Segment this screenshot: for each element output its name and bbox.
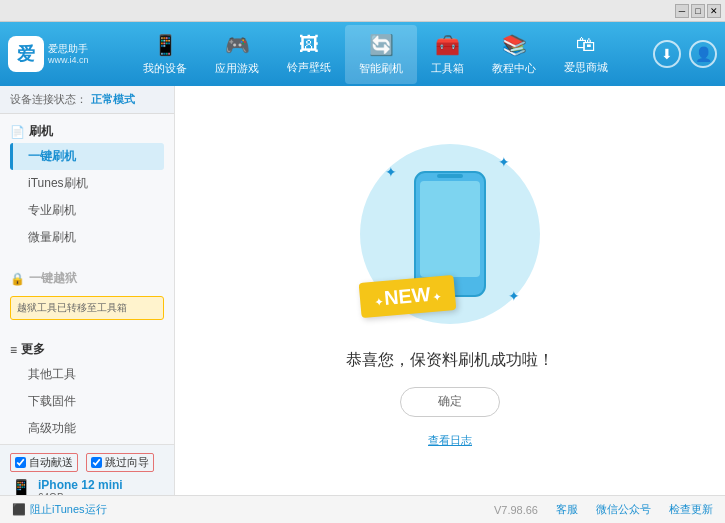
nav-item-6[interactable]: 🛍爱思商城 <box>550 25 622 84</box>
device-details: iPhone 12 mini 64GB Down-12mini-13,1 <box>38 478 123 495</box>
sidebar-section-more-title[interactable]: ≡ 更多 <box>10 338 164 361</box>
device-phone-icon: 📱 <box>10 478 32 495</box>
skip-wizard-input[interactable] <box>91 457 102 468</box>
svg-rect-1 <box>420 181 480 277</box>
maximize-button[interactable]: □ <box>691 4 705 18</box>
sidebar-warning: 越狱工具已转移至工具箱 <box>10 296 164 320</box>
sidebar-section-flash-title[interactable]: 📄 刷机 <box>10 120 164 143</box>
nav-item-icon-0: 📱 <box>153 33 178 57</box>
nav-item-icon-3: 🔄 <box>369 33 394 57</box>
nav-item-icon-5: 📚 <box>502 33 527 57</box>
logo-text: 爱思助手 www.i4.cn <box>48 42 89 67</box>
nav-item-5[interactable]: 📚教程中心 <box>478 25 550 84</box>
bottom-bar: ⬛ 阻止iTunes运行 V7.98.66 客服 微信公众号 检查更新 <box>0 495 725 523</box>
logo-char: 爱 <box>17 42 35 66</box>
wechat-link[interactable]: 微信公众号 <box>596 502 651 517</box>
content-area: ✦ ✦ ✦ NEW 恭喜您，保资料刷机成功啦！ 确定 查看日志 <box>175 86 725 495</box>
review-log-link[interactable]: 查看日志 <box>428 433 472 448</box>
nav-item-label-4: 工具箱 <box>431 61 464 76</box>
bottom-right: V7.98.66 客服 微信公众号 检查更新 <box>494 502 713 517</box>
lock-icon: 🔒 <box>10 272 25 286</box>
check-update-link[interactable]: 检查更新 <box>669 502 713 517</box>
bottom-left: ⬛ 阻止iTunes运行 <box>12 502 107 517</box>
more-icon: ≡ <box>10 343 17 357</box>
nav-right-controls: ⬇ 👤 <box>653 40 717 68</box>
minimize-button[interactable]: ─ <box>675 4 689 18</box>
nav-item-icon-1: 🎮 <box>225 33 250 57</box>
logo-icon: 爱 <box>8 36 44 72</box>
sidebar-item-itunes[interactable]: iTunes刷机 <box>10 170 164 197</box>
title-bar: ─ □ ✕ <box>0 0 725 22</box>
sidebar-section-jailbreak: 🔒 一键越狱 <box>0 261 174 292</box>
more-title-text: 更多 <box>21 341 45 358</box>
user-button[interactable]: 👤 <box>689 40 717 68</box>
device-info: 📱 iPhone 12 mini 64GB Down-12mini-13,1 <box>10 478 164 495</box>
device-storage: 64GB <box>38 492 123 495</box>
nav-item-icon-2: 🖼 <box>299 33 319 56</box>
success-text: 恭喜您，保资料刷机成功啦！ <box>346 350 554 371</box>
close-button[interactable]: ✕ <box>707 4 721 18</box>
sparkle-2: ✦ <box>498 154 510 170</box>
flash-title-text: 刷机 <box>29 123 53 140</box>
download-button[interactable]: ⬇ <box>653 40 681 68</box>
nav-item-2[interactable]: 🖼铃声壁纸 <box>273 25 345 84</box>
logo: 爱 爱思助手 www.i4.cn <box>8 36 98 72</box>
status-label: 设备连接状态： <box>10 92 87 107</box>
sidebar-status: 设备连接状态： 正常模式 <box>0 86 174 114</box>
window-controls[interactable]: ─ □ ✕ <box>675 4 721 18</box>
nav-item-label-0: 我的设备 <box>143 61 187 76</box>
sidebar-section-more: ≡ 更多 其他工具 下载固件 高级功能 <box>0 332 174 444</box>
nav-items: 📱我的设备🎮应用游戏🖼铃声壁纸🔄智能刷机🧰工具箱📚教程中心🛍爱思商城 <box>98 25 653 84</box>
flash-icon: 📄 <box>10 125 25 139</box>
sidebar-item-firmware[interactable]: 下载固件 <box>10 388 164 415</box>
sidebar-device-panel: 自动献送 跳过向导 📱 iPhone 12 mini 64GB Down-12m… <box>0 444 174 495</box>
nav-bar: 爱 爱思助手 www.i4.cn 📱我的设备🎮应用游戏🖼铃声壁纸🔄智能刷机🧰工具… <box>0 22 725 86</box>
customer-service-link[interactable]: 客服 <box>556 502 578 517</box>
nav-item-0[interactable]: 📱我的设备 <box>129 25 201 84</box>
nav-item-3[interactable]: 🔄智能刷机 <box>345 25 417 84</box>
nav-item-label-3: 智能刷机 <box>359 61 403 76</box>
sidebar-item-advanced[interactable]: 高级功能 <box>10 415 164 442</box>
nav-item-label-5: 教程中心 <box>492 61 536 76</box>
nav-item-4[interactable]: 🧰工具箱 <box>417 25 478 84</box>
success-panel: ✦ ✦ ✦ NEW 恭喜您，保资料刷机成功啦！ 确定 查看日志 <box>346 134 554 448</box>
device-checkboxes: 自动献送 跳过向导 <box>10 453 164 472</box>
sidebar-section-jailbreak-title: 🔒 一键越狱 <box>10 267 164 290</box>
sidebar-item-other-tools[interactable]: 其他工具 <box>10 361 164 388</box>
auto-send-checkbox[interactable]: 自动献送 <box>10 453 78 472</box>
sidebar-section-flash: 📄 刷机 一键刷机 iTunes刷机 专业刷机 微量刷机 <box>0 114 174 253</box>
sparkle-3: ✦ <box>508 288 520 304</box>
nav-item-label-6: 爱思商城 <box>564 60 608 75</box>
main-area: 设备连接状态： 正常模式 📄 刷机 一键刷机 iTunes刷机 专业刷机 微量刷… <box>0 86 725 495</box>
status-value: 正常模式 <box>91 92 135 107</box>
confirm-button[interactable]: 确定 <box>400 387 500 417</box>
nav-item-1[interactable]: 🎮应用游戏 <box>201 25 273 84</box>
svg-rect-2 <box>437 174 463 178</box>
nav-item-icon-6: 🛍 <box>576 33 596 56</box>
version-text: V7.98.66 <box>494 504 538 516</box>
device-name: iPhone 12 mini <box>38 478 123 492</box>
sparkle-1: ✦ <box>385 164 397 180</box>
sidebar-item-weiliang[interactable]: 微量刷机 <box>10 224 164 251</box>
new-badge: NEW <box>359 274 456 317</box>
sidebar-item-zhuanye[interactable]: 专业刷机 <box>10 197 164 224</box>
jailbreak-title-text: 一键越狱 <box>29 270 77 287</box>
nav-item-icon-4: 🧰 <box>435 33 460 57</box>
nav-item-label-2: 铃声壁纸 <box>287 60 331 75</box>
sidebar: 设备连接状态： 正常模式 📄 刷机 一键刷机 iTunes刷机 专业刷机 微量刷… <box>0 86 175 495</box>
phone-illustration: ✦ ✦ ✦ NEW <box>350 134 550 334</box>
sidebar-item-yijian[interactable]: 一键刷机 <box>10 143 164 170</box>
stop-itunes-icon: ⬛ <box>12 503 26 516</box>
stop-itunes-button[interactable]: 阻止iTunes运行 <box>30 502 107 517</box>
nav-item-label-1: 应用游戏 <box>215 61 259 76</box>
skip-wizard-checkbox[interactable]: 跳过向导 <box>86 453 154 472</box>
auto-send-input[interactable] <box>15 457 26 468</box>
